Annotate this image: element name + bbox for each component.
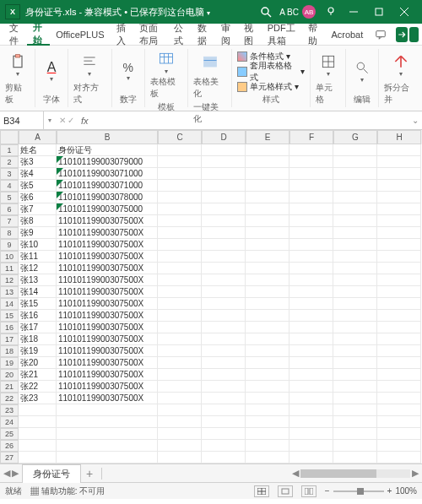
scroll-left-icon[interactable]: ◀ (292, 468, 299, 479)
cell[interactable]: 张18 (19, 333, 57, 345)
cell[interactable] (333, 144, 377, 156)
row-header[interactable]: 14 (0, 298, 19, 310)
cell[interactable] (289, 263, 333, 274)
cell[interactable]: 110101199003071000 (57, 180, 158, 192)
cell[interactable] (246, 156, 289, 168)
table-row[interactable]: 16张1711010119900307500X (0, 322, 422, 333)
row-header[interactable]: 13 (0, 286, 19, 298)
cell[interactable] (202, 215, 246, 227)
cell[interactable] (289, 452, 333, 463)
cell[interactable] (333, 440, 377, 452)
table-row[interactable]: 26 (0, 440, 422, 452)
cell[interactable] (202, 227, 246, 239)
font-icon[interactable]: A▾ (41, 58, 62, 85)
col-header-A[interactable]: A (19, 130, 57, 144)
cell[interactable] (246, 345, 289, 357)
row-header[interactable]: 10 (0, 251, 19, 263)
scroll-right-icon[interactable]: ▶ (412, 468, 419, 479)
col-header-F[interactable]: F (289, 130, 333, 144)
table-row[interactable]: 9张1011010119900307500X (0, 239, 422, 251)
row-header[interactable]: 21 (0, 381, 19, 393)
table-row[interactable]: 3张4110101199003071000 (0, 168, 422, 180)
cell[interactable] (158, 310, 202, 322)
cell[interactable] (246, 168, 289, 180)
cell[interactable] (246, 144, 289, 156)
table-row[interactable]: 6张7110101199003075000 (0, 203, 422, 215)
cell[interactable] (158, 452, 202, 463)
cell[interactable] (377, 298, 421, 310)
row-header[interactable]: 4 (0, 180, 19, 192)
sheet-tab[interactable]: 身份证号 (22, 464, 81, 483)
cell[interactable] (158, 345, 202, 357)
row-header[interactable]: 12 (0, 274, 19, 286)
col-header-H[interactable]: H (377, 130, 421, 144)
cell[interactable] (377, 322, 421, 333)
cell[interactable]: 张19 (19, 345, 57, 357)
cell[interactable] (158, 298, 202, 310)
tab-review[interactable]: 审阅 (215, 24, 239, 46)
cell[interactable] (158, 393, 202, 404)
cell[interactable] (158, 333, 202, 345)
cell[interactable] (57, 440, 158, 452)
tab-formula[interactable]: 公式 (168, 24, 192, 46)
template-icon[interactable]: ▾ (155, 49, 177, 76)
expand-formula-icon[interactable]: ⌄ (408, 116, 422, 125)
cell[interactable] (333, 298, 377, 310)
row-header[interactable]: 7 (0, 215, 19, 227)
cell[interactable]: 张12 (19, 263, 57, 274)
cell[interactable] (377, 239, 421, 251)
cell[interactable]: 11010119900307500X (57, 227, 158, 239)
user-avatar[interactable]: AB (302, 5, 316, 19)
cell[interactable] (289, 298, 333, 310)
share-button[interactable] (396, 27, 408, 42)
cell[interactable] (377, 274, 421, 286)
cell[interactable] (246, 192, 289, 203)
col-header-D[interactable]: D (202, 130, 246, 144)
cell[interactable]: 张13 (19, 274, 57, 286)
name-box[interactable]: B34 (0, 111, 44, 130)
cell[interactable] (246, 227, 289, 239)
cell[interactable] (202, 357, 246, 369)
zoom-slider[interactable] (333, 490, 384, 492)
cell[interactable] (289, 203, 333, 215)
cell[interactable] (246, 310, 289, 322)
row-header[interactable]: 3 (0, 168, 19, 180)
cell[interactable] (202, 345, 246, 357)
cell[interactable] (333, 180, 377, 192)
horizontal-scrollbar[interactable] (300, 469, 410, 478)
cell[interactable] (202, 239, 246, 251)
cell[interactable] (158, 440, 202, 452)
cell[interactable]: 张20 (19, 357, 57, 369)
cell[interactable] (333, 345, 377, 357)
cell[interactable] (377, 263, 421, 274)
editing-icon[interactable]: ▾ (351, 58, 373, 85)
cell[interactable]: 张8 (19, 215, 57, 227)
tab-insert[interactable]: 插入 (111, 24, 134, 46)
table-row[interactable]: 14张1511010119900307500X (0, 298, 422, 310)
cell[interactable] (202, 369, 246, 381)
cell[interactable] (333, 239, 377, 251)
cell[interactable]: 11010119900307500X (57, 322, 158, 333)
align-icon[interactable]: ▾ (78, 52, 100, 79)
cell[interactable]: 110101199003079000 (57, 156, 158, 168)
row-header[interactable]: 8 (0, 227, 19, 239)
search-icon[interactable] (259, 5, 273, 19)
row-header[interactable]: 2 (0, 156, 19, 168)
cell[interactable] (333, 192, 377, 203)
table-row[interactable]: 11张1211010119900307500X (0, 263, 422, 274)
table-row[interactable]: 13张1411010119900307500X (0, 286, 422, 298)
cell[interactable]: 张17 (19, 322, 57, 333)
cell[interactable] (158, 203, 202, 215)
cell[interactable] (289, 322, 333, 333)
cell[interactable] (289, 215, 333, 227)
cell[interactable] (333, 381, 377, 393)
cell[interactable]: 11010119900307500X (57, 345, 158, 357)
cell[interactable] (333, 404, 377, 416)
cell[interactable] (158, 428, 202, 440)
cell[interactable]: 11010119900307500X (57, 239, 158, 251)
cell[interactable] (377, 251, 421, 263)
view-layout-icon[interactable] (278, 485, 293, 497)
cell[interactable] (158, 168, 202, 180)
cell[interactable] (19, 440, 57, 452)
name-box-dropdown[interactable]: ▾ (44, 117, 56, 124)
